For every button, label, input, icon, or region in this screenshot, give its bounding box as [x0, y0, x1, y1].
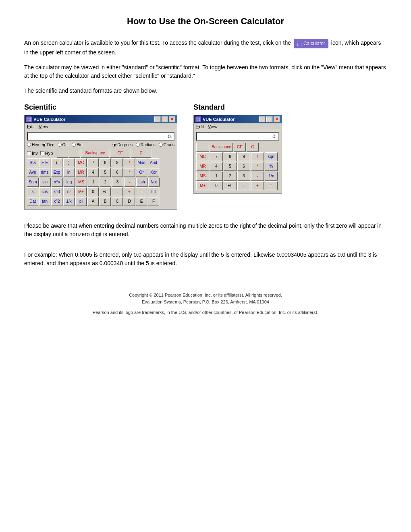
sci-btn-ln[interactable]: ln: [63, 168, 75, 177]
std-btn-sqrt[interactable]: sqrt: [265, 152, 278, 161]
std-btn-pct[interactable]: %: [265, 162, 278, 171]
sci-btn-pi[interactable]: pi: [75, 197, 87, 206]
sci-radio-grads[interactable]: Grads: [159, 143, 174, 147]
sci-btn-mod[interactable]: Mod: [136, 158, 147, 167]
std-btn-1[interactable]: 1: [210, 172, 223, 181]
std-btn-8[interactable]: 8: [224, 152, 237, 161]
std-btn-div[interactable]: /: [251, 152, 264, 161]
sci-btn-eq[interactable]: =: [136, 187, 147, 196]
sci-btn-add[interactable]: +: [124, 187, 135, 196]
std-backspace-btn[interactable]: Backspace: [210, 143, 233, 152]
sci-btn-4[interactable]: 4: [87, 168, 99, 177]
std-btn-dot[interactable]: .: [237, 181, 250, 190]
sci-radio-hex[interactable]: Hex: [27, 143, 39, 147]
sci-radio-bin[interactable]: Bin: [72, 143, 82, 147]
std-btn-5[interactable]: 5: [224, 162, 237, 171]
sci-btn-cos[interactable]: cos: [39, 187, 50, 196]
std-menu-view[interactable]: View: [208, 124, 218, 129]
std-c-btn[interactable]: C: [247, 143, 259, 152]
sci-minimize-btn[interactable]: _: [154, 116, 161, 122]
sci-btn-xor[interactable]: Xor: [148, 168, 159, 177]
sci-btn-1x[interactable]: 1/x: [63, 197, 75, 206]
sci-btn-f[interactable]: F: [148, 197, 159, 206]
sci-btn-tan[interactable]: tan: [39, 197, 50, 206]
sci-btn-or[interactable]: Or: [136, 168, 147, 177]
std-btn-2[interactable]: 2: [224, 172, 237, 181]
sci-btn-mr[interactable]: MR: [75, 168, 87, 177]
sci-btn-exp[interactable]: Exp: [51, 168, 62, 177]
sci-btn-rparen[interactable]: ): [63, 158, 75, 167]
sci-btn-a[interactable]: A: [87, 197, 99, 206]
std-btn-mul[interactable]: *: [251, 162, 264, 171]
sci-restore-btn[interactable]: □: [162, 116, 168, 122]
sci-btn-1[interactable]: 1: [88, 178, 99, 187]
std-minimize-btn[interactable]: _: [259, 116, 266, 122]
sci-btn-2[interactable]: 2: [100, 178, 111, 187]
sci-c-btn[interactable]: C: [131, 149, 151, 158]
sci-btn-mplus[interactable]: M+: [75, 187, 87, 196]
sci-radio-degrees[interactable]: Degrees: [112, 143, 133, 147]
std-btn-mc[interactable]: MC: [196, 152, 209, 161]
sci-btn-sum[interactable]: Sum: [27, 178, 39, 187]
sci-btn-xy[interactable]: x^y: [52, 178, 63, 187]
sci-close-btn[interactable]: ✕: [169, 116, 175, 122]
sci-btn-6[interactable]: 6: [112, 168, 123, 177]
sci-btn-x3[interactable]: x^3: [51, 187, 62, 196]
std-btn-mplus[interactable]: M+: [196, 181, 209, 190]
sci-btn-div[interactable]: /: [124, 158, 135, 167]
sci-btn-0[interactable]: 0: [87, 187, 99, 196]
sci-radio-dec[interactable]: Dec: [42, 143, 54, 147]
sci-btn-d[interactable]: D: [124, 197, 135, 206]
sci-chk-inv[interactable]: Inv: [27, 149, 38, 158]
sci-btn-lparen[interactable]: (: [51, 158, 62, 167]
std-btn-4[interactable]: 4: [210, 162, 223, 171]
sci-btn-x2[interactable]: x^2: [51, 197, 62, 206]
sci-btn-b[interactable]: B: [100, 197, 111, 206]
std-close-btn[interactable]: ✕: [274, 116, 280, 122]
sci-btn-5[interactable]: 5: [100, 168, 111, 177]
sci-btn-s[interactable]: s: [27, 187, 38, 196]
sci-btn-mc[interactable]: MC: [75, 158, 87, 167]
sci-btn-fe[interactable]: F-E: [39, 158, 50, 167]
sci-btn-sin[interactable]: sin: [39, 178, 51, 187]
sci-btn-int[interactable]: Int: [148, 187, 159, 196]
sci-menu-view[interactable]: View: [39, 124, 48, 129]
std-btn-ms[interactable]: MS: [196, 172, 209, 181]
sci-chk-hyp[interactable]: Hyp: [40, 149, 53, 158]
std-ce-btn[interactable]: CE: [234, 143, 246, 152]
sci-btn-ms[interactable]: MS: [76, 178, 87, 187]
sci-backspace-btn[interactable]: Backspace: [81, 149, 109, 158]
std-btn-7[interactable]: 7: [210, 152, 223, 161]
sci-btn-and[interactable]: And: [148, 158, 159, 167]
std-restore-btn[interactable]: □: [266, 116, 273, 122]
std-btn-sub[interactable]: -: [251, 172, 264, 181]
sci-btn-dot[interactable]: .: [112, 187, 123, 196]
std-btn-1x[interactable]: 1/x: [265, 172, 278, 181]
std-btn-9[interactable]: 9: [237, 152, 250, 161]
std-btn-6[interactable]: 6: [237, 162, 250, 171]
sci-btn-log[interactable]: log: [64, 178, 75, 187]
sci-btn-dms[interactable]: dms: [39, 168, 50, 177]
sci-btn-3[interactable]: 3: [112, 178, 123, 187]
std-btn-eq[interactable]: =: [265, 181, 278, 190]
sci-btn-sta[interactable]: Sta: [27, 158, 38, 167]
sci-btn-mul[interactable]: *: [124, 168, 135, 177]
std-btn-3[interactable]: 3: [237, 172, 250, 181]
sci-btn-dat[interactable]: Dat: [27, 197, 38, 206]
sci-btn-pm[interactable]: +/-: [100, 187, 111, 196]
sci-menu-edit[interactable]: Edit: [27, 124, 35, 129]
sci-btn-8[interactable]: 8: [100, 158, 111, 167]
sci-btn-nf[interactable]: n!: [63, 187, 75, 196]
sci-btn-c[interactable]: C: [112, 197, 123, 206]
sci-btn-e[interactable]: E: [136, 197, 147, 206]
std-btn-add[interactable]: +: [251, 181, 264, 190]
sci-btn-9[interactable]: 9: [112, 158, 123, 167]
sci-radio-radians[interactable]: Radians: [136, 143, 156, 147]
std-btn-pm[interactable]: +/-: [224, 181, 237, 190]
std-btn-0[interactable]: 0: [210, 181, 223, 190]
sci-ce-btn[interactable]: CE: [110, 149, 130, 158]
sci-btn-not[interactable]: Not: [148, 178, 160, 187]
sci-btn-lsh[interactable]: Lsh: [136, 178, 147, 187]
sci-btn-ave[interactable]: Ave: [27, 168, 38, 177]
std-menu-edit[interactable]: Edit: [196, 124, 204, 129]
